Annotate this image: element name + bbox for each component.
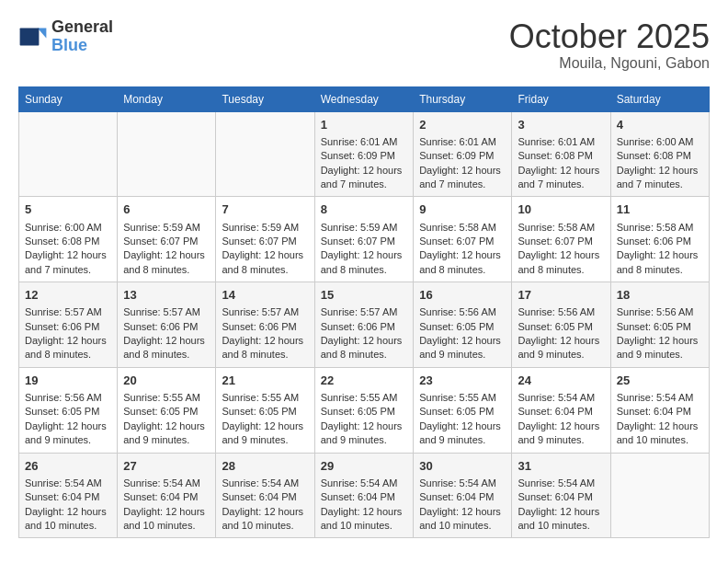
day-info: Sunset: 6:05 PM (321, 405, 408, 419)
calendar-cell: 2Sunrise: 6:01 AMSunset: 6:09 PMDaylight… (414, 111, 512, 197)
day-info: Sunset: 6:05 PM (123, 405, 210, 419)
svg-rect-1 (20, 28, 40, 45)
header-friday: Friday (512, 86, 610, 111)
day-info: Sunset: 6:04 PM (617, 405, 703, 419)
day-info: Sunset: 6:05 PM (419, 405, 506, 419)
calendar-cell: 30Sunrise: 5:54 AMSunset: 6:04 PMDayligh… (414, 453, 512, 538)
logo: General Blue (18, 18, 113, 55)
day-info: Sunset: 6:07 PM (321, 235, 408, 248)
day-info: Daylight: 12 hours and 9 minutes. (321, 419, 408, 448)
day-info: Sunset: 6:06 PM (617, 235, 703, 248)
calendar-cell: 10Sunrise: 5:58 AMSunset: 6:07 PMDayligh… (512, 197, 610, 282)
header-thursday: Thursday (414, 86, 512, 111)
day-info: Sunset: 6:05 PM (617, 320, 703, 334)
day-info: Sunrise: 5:54 AM (321, 477, 408, 490)
calendar-cell: 22Sunrise: 5:55 AMSunset: 6:05 PMDayligh… (314, 367, 414, 453)
day-info: Sunset: 6:04 PM (321, 490, 408, 504)
day-info: Sunset: 6:05 PM (518, 320, 604, 334)
day-number: 12 (25, 287, 111, 304)
day-number: 17 (518, 287, 604, 304)
day-info: Sunset: 6:06 PM (222, 320, 308, 334)
calendar-cell: 18Sunrise: 5:56 AMSunset: 6:05 PMDayligh… (610, 282, 709, 368)
day-info: Daylight: 12 hours and 8 minutes. (518, 248, 604, 277)
day-info: Sunrise: 5:55 AM (419, 391, 506, 405)
calendar-cell: 13Sunrise: 5:57 AMSunset: 6:06 PMDayligh… (118, 282, 216, 368)
day-info: Daylight: 12 hours and 8 minutes. (222, 248, 308, 277)
day-info: Sunset: 6:08 PM (617, 149, 703, 163)
day-info: Sunrise: 5:57 AM (321, 305, 408, 319)
calendar-table: SundayMondayTuesdayWednesdayThursdayFrid… (18, 86, 710, 539)
day-number: 31 (518, 458, 604, 475)
calendar-cell: 16Sunrise: 5:56 AMSunset: 6:05 PMDayligh… (414, 282, 512, 368)
calendar-cell: 17Sunrise: 5:56 AMSunset: 6:05 PMDayligh… (512, 282, 610, 368)
day-number: 27 (123, 458, 210, 475)
week-row-1: 1Sunrise: 6:01 AMSunset: 6:09 PMDaylight… (19, 111, 710, 197)
week-row-5: 26Sunrise: 5:54 AMSunset: 6:04 PMDayligh… (19, 453, 710, 538)
day-number: 8 (321, 201, 408, 218)
day-number: 23 (419, 373, 506, 389)
week-row-3: 12Sunrise: 5:57 AMSunset: 6:06 PMDayligh… (19, 282, 710, 368)
calendar-cell: 7Sunrise: 5:59 AMSunset: 6:07 PMDaylight… (216, 197, 314, 282)
day-info: Daylight: 12 hours and 7 minutes. (419, 164, 506, 192)
calendar-cell (216, 111, 314, 197)
calendar-cell: 1Sunrise: 6:01 AMSunset: 6:09 PMDaylight… (314, 111, 414, 197)
day-number: 7 (222, 201, 308, 218)
day-info: Daylight: 12 hours and 10 minutes. (419, 505, 506, 534)
day-number: 5 (25, 201, 111, 218)
day-info: Sunrise: 5:56 AM (419, 305, 506, 319)
calendar-cell: 25Sunrise: 5:54 AMSunset: 6:04 PMDayligh… (610, 367, 709, 453)
day-info: Sunset: 6:04 PM (518, 490, 604, 504)
day-info: Daylight: 12 hours and 8 minutes. (617, 248, 703, 277)
header-saturday: Saturday (610, 86, 709, 111)
day-info: Sunset: 6:04 PM (123, 490, 210, 504)
page-header: General Blue October 2025 Mouila, Ngouni… (18, 18, 710, 72)
day-info: Daylight: 12 hours and 10 minutes. (321, 505, 408, 534)
day-info: Sunset: 6:06 PM (25, 320, 111, 334)
calendar-cell: 3Sunrise: 6:01 AMSunset: 6:08 PMDaylight… (512, 111, 610, 197)
day-info: Daylight: 12 hours and 9 minutes. (123, 419, 210, 448)
day-info: Daylight: 12 hours and 8 minutes. (123, 248, 210, 277)
calendar-cell (118, 111, 216, 197)
day-number: 2 (419, 117, 506, 133)
day-number: 14 (222, 287, 308, 304)
calendar-cell: 14Sunrise: 5:57 AMSunset: 6:06 PMDayligh… (216, 282, 314, 368)
day-number: 13 (123, 287, 210, 304)
day-number: 28 (222, 458, 308, 475)
calendar-cell: 26Sunrise: 5:54 AMSunset: 6:04 PMDayligh… (19, 453, 118, 538)
day-info: Sunrise: 5:56 AM (25, 391, 111, 405)
logo-line1: General (51, 18, 113, 37)
day-info: Sunrise: 5:58 AM (617, 221, 703, 235)
day-info: Sunrise: 5:54 AM (617, 391, 703, 405)
location: Mouila, Ngouni, Gabon (509, 55, 710, 72)
day-number: 3 (518, 117, 604, 133)
day-number: 9 (419, 201, 506, 218)
day-info: Daylight: 12 hours and 9 minutes. (518, 334, 604, 362)
day-number: 16 (419, 287, 506, 304)
day-info: Sunrise: 5:56 AM (617, 305, 703, 319)
day-info: Sunrise: 5:58 AM (518, 221, 604, 235)
day-info: Daylight: 12 hours and 9 minutes. (25, 419, 111, 448)
day-info: Sunset: 6:05 PM (222, 405, 308, 419)
day-info: Daylight: 12 hours and 8 minutes. (419, 248, 506, 277)
day-info: Sunrise: 5:55 AM (123, 391, 210, 405)
day-number: 25 (617, 373, 703, 389)
day-info: Sunset: 6:04 PM (419, 490, 506, 504)
day-info: Sunrise: 5:57 AM (25, 305, 111, 319)
day-info: Sunset: 6:08 PM (518, 149, 604, 163)
day-info: Daylight: 12 hours and 9 minutes. (419, 419, 506, 448)
calendar-cell: 11Sunrise: 5:58 AMSunset: 6:06 PMDayligh… (610, 197, 709, 282)
week-row-2: 5Sunrise: 6:00 AMSunset: 6:08 PMDaylight… (19, 197, 710, 282)
day-info: Daylight: 12 hours and 8 minutes. (123, 334, 210, 362)
day-number: 18 (617, 287, 703, 304)
day-info: Daylight: 12 hours and 10 minutes. (518, 505, 604, 534)
calendar-cell: 19Sunrise: 5:56 AMSunset: 6:05 PMDayligh… (19, 367, 118, 453)
day-info: Daylight: 12 hours and 8 minutes. (321, 334, 408, 362)
day-info: Daylight: 12 hours and 7 minutes. (25, 248, 111, 277)
day-info: Sunrise: 6:01 AM (321, 135, 408, 149)
day-info: Sunrise: 5:54 AM (518, 391, 604, 405)
calendar-cell: 8Sunrise: 5:59 AMSunset: 6:07 PMDaylight… (314, 197, 414, 282)
day-info: Sunset: 6:09 PM (419, 149, 506, 163)
day-info: Sunrise: 5:59 AM (222, 221, 308, 235)
day-info: Sunset: 6:05 PM (419, 320, 506, 334)
day-number: 24 (518, 373, 604, 389)
